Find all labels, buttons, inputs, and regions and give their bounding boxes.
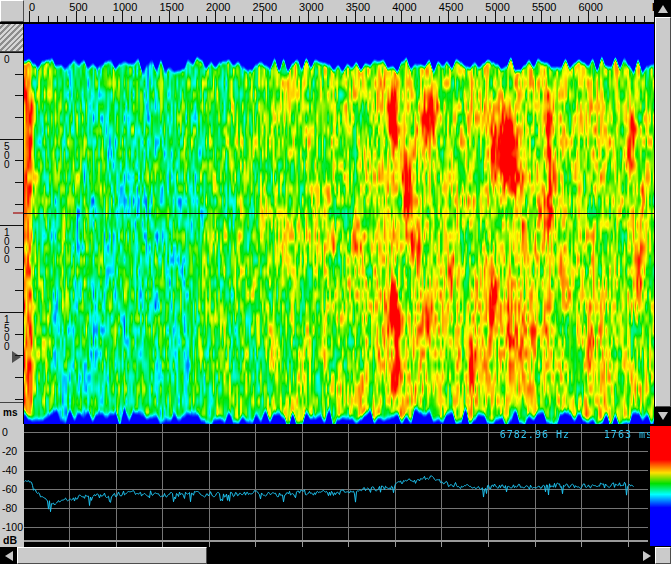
frequency-ruler-label: 5500 (532, 1, 556, 13)
ruler-out-of-range-hatch (0, 24, 23, 52)
time-ruler-label: 500 (4, 142, 10, 169)
time-ruler-tick (15, 182, 23, 183)
frequency-ruler-label: 4500 (439, 1, 463, 13)
frequency-ruler-label: 500 (69, 1, 87, 13)
frequency-ruler-label: 3000 (299, 1, 323, 13)
time-unit-label: ms (3, 407, 17, 418)
vertical-scrollbar-thumb[interactable] (655, 17, 671, 407)
left-arrow-icon (5, 551, 13, 561)
time-ruler-label: 1000 (4, 228, 10, 264)
time-ruler-tick (15, 204, 23, 205)
cursor-position-tick (13, 212, 23, 214)
db-axis-label: -40 (2, 464, 17, 476)
db-unit-label: dB (3, 534, 17, 546)
spectrogram-window: Hz 0500100015002000250030003500400045005… (0, 0, 671, 564)
time-cursor-line (24, 213, 654, 214)
time-ruler-tick (0, 52, 23, 53)
db-axis-label: 0 (2, 426, 8, 438)
time-ruler-tick (0, 139, 23, 140)
spectrum-plot[interactable] (24, 424, 648, 547)
frequency-ruler-label: 6000 (578, 1, 602, 13)
horizontal-scrollbar-thumb[interactable] (17, 547, 207, 564)
vertical-scrollbar[interactable] (655, 0, 671, 425)
frequency-ruler[interactable]: Hz 0500100015002000250030003500400045005… (24, 0, 655, 22)
scroll-down-button[interactable] (655, 407, 671, 425)
db-axis-label: -100 (2, 521, 23, 533)
intensity-colorbar-legend (650, 426, 671, 546)
time-ruler-tick (15, 269, 23, 270)
time-ruler-tick (0, 312, 23, 313)
time-unit-box: ms (0, 402, 23, 424)
db-axis-label: -60 (2, 483, 17, 495)
time-ruler-tick (15, 399, 23, 400)
frequency-readout: 6782.96 Hz (500, 429, 570, 440)
frequency-ruler-label: 2000 (206, 1, 230, 13)
frequency-ruler-label: 1000 (113, 1, 137, 13)
time-ruler-tick (15, 247, 23, 248)
time-readout: 1763 ms (604, 429, 653, 440)
scroll-up-button[interactable] (655, 0, 671, 17)
frequency-ruler-label: 1500 (159, 1, 183, 13)
playback-position-marker[interactable] (12, 351, 21, 363)
time-ruler-tick (15, 95, 23, 96)
scroll-right-button[interactable] (638, 547, 655, 564)
frequency-ruler-label: 3500 (346, 1, 370, 13)
time-ruler-label: 0 (4, 55, 10, 64)
time-ruler-tick (15, 355, 23, 356)
frequency-ruler-label: 2500 (253, 1, 277, 13)
ruler-corner-button[interactable] (0, 0, 24, 22)
right-arrow-icon (643, 551, 651, 561)
time-ruler[interactable]: ms 050010001500 (0, 24, 24, 424)
frequency-ruler-label: 5000 (485, 1, 509, 13)
frequency-ruler-label: 4000 (392, 1, 416, 13)
up-arrow-icon (658, 5, 668, 13)
horizontal-scrollbar[interactable] (0, 547, 655, 564)
time-ruler-tick (15, 377, 23, 378)
time-ruler-tick (15, 160, 23, 161)
time-ruler-tick (15, 334, 23, 335)
time-ruler-label: 1500 (4, 315, 10, 351)
db-axis-label: -80 (2, 502, 17, 514)
scrollbar-corner (655, 547, 671, 564)
time-ruler-tick (15, 74, 23, 75)
down-arrow-icon (658, 412, 668, 420)
spectrogram-plot[interactable] (24, 24, 654, 424)
scroll-left-button[interactable] (0, 547, 17, 564)
db-axis-label: -20 (2, 445, 17, 457)
time-ruler-tick (15, 290, 23, 291)
db-axis: dB 0-20-40-60-80-100 (0, 424, 24, 547)
time-ruler-tick (15, 117, 23, 118)
frequency-ruler-label: 0 (29, 1, 35, 13)
time-ruler-tick (0, 225, 23, 226)
